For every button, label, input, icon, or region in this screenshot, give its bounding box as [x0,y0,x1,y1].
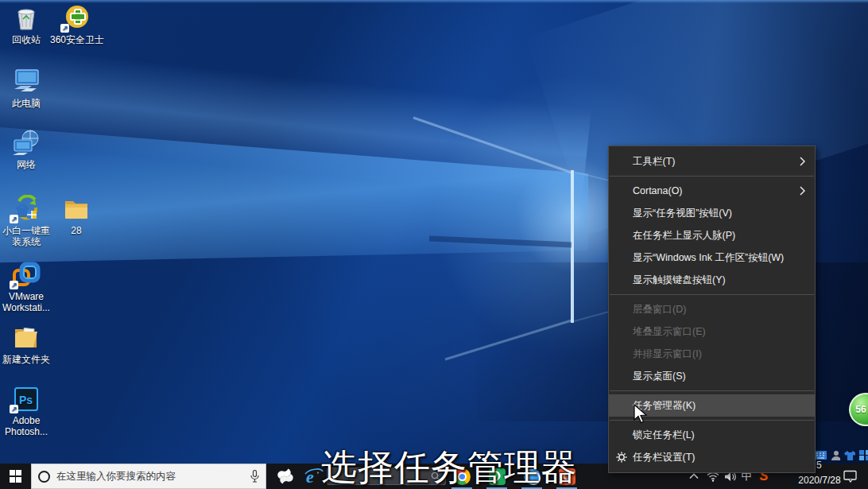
menu-item-cortana[interactable]: Cortana(O) [609,180,815,202]
menu-separator [610,176,814,177]
cortana-circle-icon [38,471,50,483]
desktop-icon-label: 小白一键重 [2,225,50,236]
this-pc-icon [11,68,41,96]
recycle-bin-icon [13,5,40,32]
desktop-icon-label: Photosh... [5,426,48,437]
menu-item-lock-taskbar[interactable]: 锁定任务栏(L) [609,424,815,446]
desktop-icon-label: 回收站 [12,34,41,45]
taskbar-search[interactable] [31,464,266,489]
svg-text:Ps: Ps [19,394,33,406]
mouse-cursor [634,404,648,425]
sogou-keyboard-icon[interactable] [814,450,827,460]
start-button[interactable] [0,464,31,489]
desktop-icon-this-pc[interactable]: 此电脑 [1,68,52,109]
desktop-icon-vmware[interactable]: ↗ VMware Workstati... [1,261,52,313]
sogou-toolbox-icon[interactable] [859,450,868,460]
desktop-icon-label: 此电脑 [12,98,41,109]
network-icon [11,129,41,157]
speed-ball-value: 56 [855,404,866,415]
menu-item-windows-ink-button[interactable]: 显示“Windows Ink 工作区”按钮(W) [609,246,815,269]
menu-item-taskbar-settings[interactable]: 任务栏设置(T) [609,446,815,468]
desktop-icon-label: 新建文件夹 [2,354,50,365]
desktop-icon-photoshop[interactable]: Ps ↗ Adobe Photosh... [1,385,52,437]
tutorial-caption: 选择任务管理器 [321,444,577,489]
gear-icon [616,452,627,463]
menu-separator [610,294,814,295]
desktop-icon-label: Adobe [13,415,41,426]
desktop-icon-label: 网络 [17,159,36,170]
menu-item-show-people[interactable]: 在任务栏上显示人脉(P) [609,224,815,246]
menu-item-toolbars[interactable]: 工具栏(T) [609,150,815,173]
desktop-icon-360-security[interactable]: ↗ 360安全卫士 [49,4,105,45]
chevron-right-icon [800,186,805,196]
desktop-icon-label: 28 [71,225,81,236]
search-input[interactable] [56,471,244,482]
menu-item-cascade-windows: 层叠窗口(D) [609,298,815,320]
desktop-icon-folder-28[interactable]: 28 [51,195,102,236]
shortcut-arrow-icon: ↗ [10,281,18,289]
menu-item-side-by-side-windows: 并排显示窗口(I) [609,343,815,365]
desktop-icon-xiaobai[interactable]: ↗ 小白一键重 装系统 [1,195,52,247]
action-center-button[interactable] [839,464,860,489]
shortcut-arrow-icon: ↗ [10,405,18,413]
windows-logo-icon [10,470,22,483]
desktop-icon-label: VMware [9,291,44,302]
folder-with-paper-icon [12,324,41,351]
menu-separator [610,390,814,391]
desktop-icon-recycle-bin[interactable]: 回收站 [1,4,52,45]
tray-clock-time-partial: 5 [816,460,822,471]
chevron-right-icon [800,157,805,166]
360-browser-icon [277,468,294,485]
action-center-icon [843,470,857,483]
shortcut-arrow-icon: ↗ [10,215,18,223]
sogou-skin-shirt-icon[interactable] [844,450,855,460]
taskbar-app-360-browser[interactable] [270,464,300,489]
menu-item-show-desktop[interactable]: 显示桌面(S) [609,365,815,387]
desktop-icon-label: Workstati... [2,302,50,313]
folder-icon [62,196,91,223]
menu-item-touch-keyboard-button[interactable]: 显示触摸键盘按钮(Y) [609,269,815,291]
microphone-icon[interactable] [250,470,259,483]
desktop-icon-label: 360安全卫士 [50,34,104,45]
tray-clock-date[interactable]: 2020/7/28 [793,473,846,487]
menu-item-stacked-windows: 堆叠显示窗口(E) [609,320,815,343]
sogou-person-icon[interactable] [831,450,841,460]
desktop-icon-label: 装系统 [12,236,41,247]
sogou-input-toolbar [814,445,868,464]
menu-item-task-view-button[interactable]: 显示“任务视图”按钮(V) [609,202,815,224]
desktop-icon-network[interactable]: 网络 [1,129,52,170]
shortcut-arrow-icon: ↗ [60,24,69,33]
desktop-icon-new-folder[interactable]: 新建文件夹 [1,324,52,365]
